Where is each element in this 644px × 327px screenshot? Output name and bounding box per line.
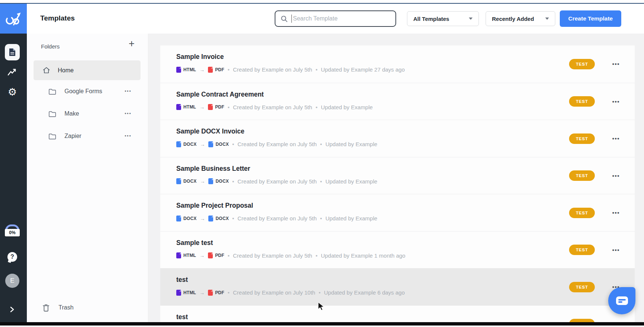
template-row[interactable]: Sample Business Letter DOCX → DOCX • Cre…	[160, 157, 635, 194]
settings-icon: ⚙	[8, 87, 17, 97]
created-text: Created by Example on July 5th	[233, 66, 312, 73]
chat-bubble-icon	[616, 296, 628, 305]
template-row[interactable]: Sample Project Proposal DOCX → DOCX • Cr…	[160, 194, 635, 231]
avatar-initial: E	[10, 277, 14, 284]
test-status-badge: TEST	[569, 170, 595, 181]
nav-settings-button[interactable]: ⚙	[5, 85, 20, 98]
updated-text: Updated by Example	[325, 141, 377, 147]
folder-icon	[48, 133, 56, 140]
template-row[interactable]: Sample Invoice HTML → PDF • Created by E…	[160, 45, 635, 83]
template-row[interactable]: Sample test HTML → PDF • Created by Exam…	[160, 231, 635, 268]
row-menu-button[interactable]: •••	[612, 98, 620, 105]
row-menu-button[interactable]: •••	[612, 173, 620, 179]
test-status-badge: TEST	[569, 208, 595, 218]
template-row[interactable]: test TEST •••	[160, 305, 635, 323]
sidebar-item-home[interactable]: Home	[34, 60, 141, 80]
bullet-separator: •	[319, 289, 321, 296]
target-format-label: PDF	[215, 290, 224, 295]
nav-templates-button[interactable]	[5, 44, 20, 60]
nav-analytics-button[interactable]	[5, 66, 20, 78]
sort-dropdown[interactable]: Recently Added	[486, 11, 555, 26]
target-format-label: PDF	[215, 253, 224, 258]
row-actions: TEST •••	[569, 96, 620, 107]
target-format-chip: DOCX	[208, 178, 228, 184]
row-menu-button[interactable]: •••	[612, 210, 620, 216]
bullet-separator: •	[228, 104, 230, 110]
bullet-separator: •	[228, 252, 230, 259]
question-mark-icon: ?	[10, 254, 14, 260]
test-status-badge: TEST	[569, 245, 595, 255]
updated-text: Updated by Example	[325, 178, 377, 185]
created-text: Created by Example on July 5th	[233, 104, 312, 110]
test-status-badge: TEST	[569, 96, 595, 107]
target-format-label: DOCX	[215, 179, 228, 184]
updated-text: Updated by Example	[325, 215, 377, 221]
main-content: Sample Invoice HTML → PDF • Created by E…	[148, 34, 644, 322]
target-format-chip: PDF	[208, 104, 224, 110]
chat-launcher-button[interactable]	[608, 287, 635, 314]
sidebar-item-trash[interactable]: Trash	[27, 299, 148, 316]
bullet-separator: •	[316, 66, 318, 73]
search-input[interactable]	[292, 15, 390, 22]
created-text: Created by Example on July 5th	[237, 178, 317, 185]
template-name: Sample Contract Agreement	[176, 91, 264, 98]
chevron-down-icon	[545, 18, 549, 20]
add-folder-button[interactable]: +	[129, 39, 135, 49]
text-caret	[291, 15, 292, 23]
test-status-badge: TEST	[569, 133, 595, 144]
arrow-right-icon: →	[199, 104, 205, 110]
window-bottom-border	[0, 322, 644, 326]
bullet-separator: •	[316, 252, 318, 259]
brand-logo[interactable]	[0, 4, 27, 34]
template-name: Sample Invoice	[176, 53, 224, 61]
file-icon	[208, 67, 213, 73]
created-text: Created by Example on July 5th	[233, 252, 312, 259]
chevron-down-icon	[469, 18, 473, 20]
craftmypdf-logo-icon	[4, 9, 23, 28]
template-row[interactable]: test HTML → PDF • Created by Example on …	[160, 268, 635, 305]
create-template-button[interactable]: Create Template	[560, 10, 621, 27]
search-box[interactable]	[275, 10, 396, 27]
header-bar: Templates All Templates Recently Added C…	[27, 4, 644, 34]
filter-dropdown[interactable]: All Templates	[407, 11, 479, 26]
folder-menu-button[interactable]: •••	[124, 89, 132, 94]
test-status-badge: TEST	[569, 59, 595, 69]
template-row[interactable]: Sample DOCX Invoice DOCX → DOCX • Create…	[160, 120, 635, 157]
bullet-separator: •	[228, 289, 230, 296]
home-label: Home	[58, 67, 74, 74]
sidebar-folder-item[interactable]: Zapier •••	[27, 125, 148, 147]
sidebar-folder-item[interactable]: Make •••	[27, 103, 148, 125]
bullet-separator: •	[320, 178, 322, 185]
target-format-chip: PDF	[208, 67, 224, 73]
bullet-separator: •	[320, 141, 322, 147]
bullet-separator: •	[320, 215, 322, 221]
row-actions: TEST •••	[569, 133, 620, 144]
updated-text: Updated by Example 1 month ago	[321, 252, 405, 259]
sidebar-folder-item[interactable]: Google Forms •••	[27, 80, 148, 103]
help-button[interactable]: ?	[7, 252, 17, 262]
nav-rail: ⚙ 0% ? E	[0, 34, 27, 322]
folder-menu-button[interactable]: •••	[124, 111, 132, 116]
folder-label: Make	[64, 110, 79, 117]
row-menu-button[interactable]: •••	[612, 135, 620, 142]
row-menu-button[interactable]: •••	[612, 247, 620, 253]
bullet-separator: •	[232, 215, 234, 221]
template-row[interactable]: Sample Contract Agreement HTML → PDF • C…	[160, 83, 635, 120]
expand-sidebar-button[interactable]	[8, 305, 16, 315]
app-window: Templates All Templates Recently Added C…	[0, 4, 644, 322]
arrow-right-icon: →	[200, 178, 205, 184]
user-avatar[interactable]: E	[5, 274, 19, 288]
template-list: Sample Invoice HTML → PDF • Created by E…	[160, 45, 635, 322]
target-format-chip: PDF	[208, 252, 224, 258]
bullet-separator: •	[316, 104, 318, 110]
source-format-chip: HTML	[176, 67, 196, 73]
updated-text: Updated by Example 27 days ago	[321, 66, 405, 73]
target-format-label: PDF	[215, 67, 224, 72]
row-menu-button[interactable]: •••	[612, 61, 620, 67]
folder-menu-button[interactable]: •••	[124, 133, 132, 139]
template-meta: HTML → PDF • Created by Example on July …	[176, 289, 405, 296]
usage-meter[interactable]: 0%	[4, 224, 20, 236]
file-icon	[208, 178, 213, 184]
template-name: test	[176, 313, 188, 321]
source-format-chip: DOCX	[176, 141, 196, 147]
